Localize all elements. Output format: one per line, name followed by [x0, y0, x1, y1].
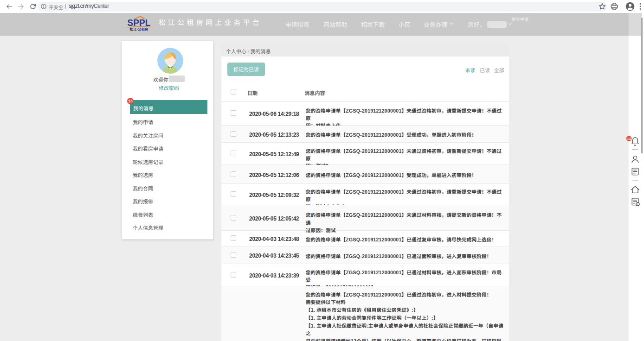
- svg-text:松江·公租房: 松江·公租房: [130, 26, 149, 32]
- svg-text:13: 13: [627, 137, 631, 141]
